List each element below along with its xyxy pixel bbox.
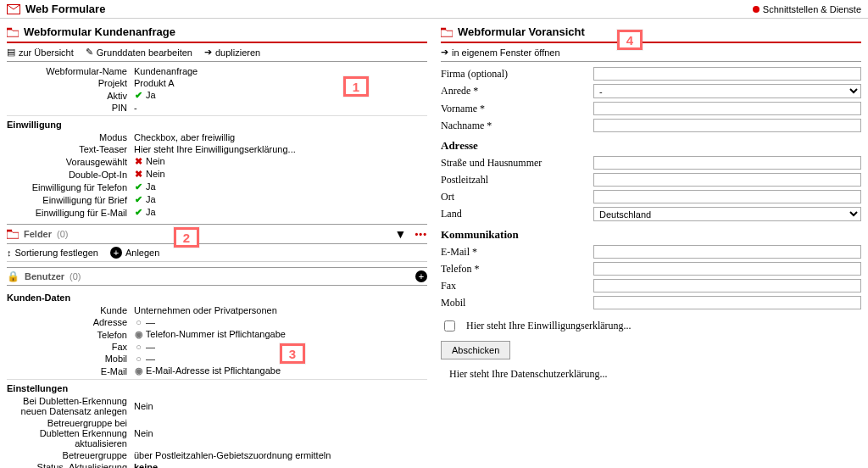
left-toolbar: ▤ zur Übersicht ✎ Grunddaten bearbeiten … <box>7 43 427 62</box>
fax-input[interactable] <box>593 279 861 292</box>
right-column: Webformular Voransicht ➔ in eigenem Fens… <box>434 19 868 468</box>
top-right-link[interactable]: Schnittstellen & Dienste <box>753 4 861 14</box>
einst-heading: Einstellungen <box>7 379 427 395</box>
filter-icon[interactable]: ▼ <box>395 227 407 241</box>
privacy-text: Hier steht Ihre Datenschutzerklärung... <box>441 359 861 381</box>
right-toolbar: ➔ in eigenem Fenster öffnen <box>441 43 861 62</box>
check-icon: ✔ <box>134 90 143 101</box>
page-title: Web Formulare <box>25 3 105 15</box>
folder-icon <box>7 229 19 239</box>
anrede-select[interactable]: - <box>593 84 861 98</box>
annotation-marker-2: 2 <box>174 227 199 248</box>
nachname-input[interactable] <box>593 119 861 132</box>
list-icon: ▤ <box>7 47 15 58</box>
add-button[interactable]: +Anlegen <box>110 247 159 259</box>
plus-icon: + <box>110 247 122 259</box>
consent-heading: Einwilligung <box>7 115 427 131</box>
check-icon: ✔ <box>134 194 143 205</box>
benutzer-section: 🔒 Benutzer (0) + <box>7 267 427 286</box>
overview-button[interactable]: ▤ zur Übersicht <box>7 47 74 58</box>
edit-button[interactable]: ✎ Grunddaten bearbeiten <box>86 47 192 58</box>
felder-toolbar: ↕Sortierung festlegen +Anlegen <box>7 244 427 262</box>
annotation-marker-3: 3 <box>280 343 305 364</box>
telefon-input[interactable] <box>593 262 861 276</box>
svg-rect-1 <box>7 27 12 30</box>
record-icon <box>753 6 760 13</box>
left-column: Webformular Kundenanfrage ▤ zur Übersich… <box>0 19 434 468</box>
pencil-icon: ✎ <box>86 47 93 58</box>
svg-rect-3 <box>441 27 446 30</box>
lock-icon: 🔒 <box>7 270 19 282</box>
open-window-button[interactable]: ➔ in eigenem Fenster öffnen <box>441 47 560 58</box>
duplicate-button[interactable]: ➔ duplizieren <box>204 47 260 58</box>
arrow-right-icon: ➔ <box>441 47 448 58</box>
folder-icon <box>7 26 19 38</box>
kunden-heading: Kunden-Daten <box>7 289 427 304</box>
arrow-right-icon: ➔ <box>204 47 212 58</box>
land-select[interactable]: Deutschland <box>593 207 861 221</box>
check-icon: ✔ <box>134 181 143 192</box>
email-input[interactable] <box>593 245 861 259</box>
firma-input[interactable] <box>593 67 861 81</box>
svg-rect-2 <box>7 230 12 232</box>
felder-section: Felder (0) ▼ ••• <box>7 224 427 244</box>
check-icon: ✔ <box>134 207 143 218</box>
submit-button[interactable]: Abschicken <box>441 341 510 359</box>
right-panel-title: Webformular Voransicht <box>441 22 861 43</box>
annotation-marker-4: 4 <box>617 30 643 50</box>
plz-input[interactable] <box>593 173 861 187</box>
komm-heading: Kommunikation <box>441 223 861 243</box>
mobil-input[interactable] <box>593 296 861 309</box>
strasse-input[interactable] <box>593 156 861 170</box>
vorname-input[interactable] <box>593 102 861 115</box>
add-user-button[interactable]: + <box>415 270 427 282</box>
cross-icon: ✖ <box>134 169 143 180</box>
left-panel-title: Webformular Kundenanfrage <box>7 22 427 43</box>
cross-icon: ✖ <box>134 156 143 167</box>
ort-input[interactable] <box>593 190 861 203</box>
adresse-heading: Adresse <box>441 134 861 154</box>
top-bar: Web Formulare Schnittstellen & Dienste <box>0 0 868 19</box>
consent-checkbox[interactable] <box>444 320 455 332</box>
mail-icon <box>7 4 20 14</box>
dot-icon: ◉ <box>134 365 143 376</box>
sort-button[interactable]: ↕Sortierung festlegen <box>7 248 98 258</box>
folder-icon <box>441 26 453 38</box>
annotation-marker-1: 1 <box>343 76 369 97</box>
more-icon[interactable]: ••• <box>415 229 427 239</box>
top-right-label: Schnittstellen & Dienste <box>763 4 861 14</box>
sort-icon: ↕ <box>7 248 12 258</box>
consent-row: Hier steht Ihre Einwilligungserklärung..… <box>441 311 861 341</box>
dot-icon: ◉ <box>134 329 143 340</box>
